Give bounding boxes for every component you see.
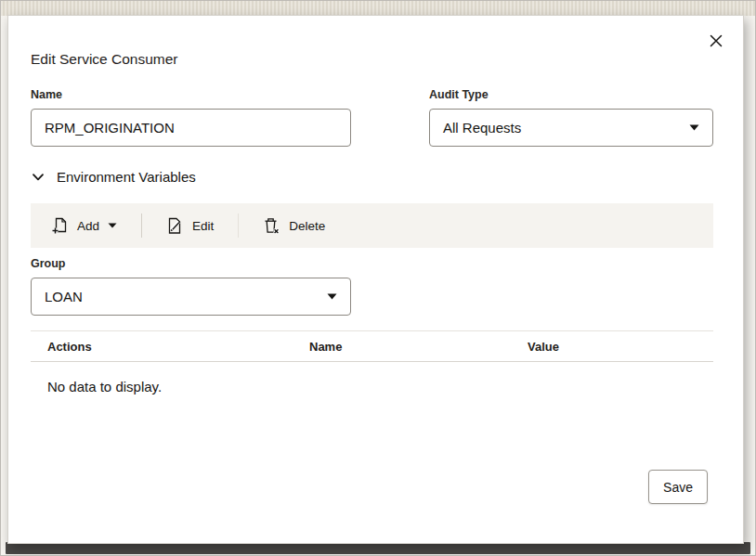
toolbar-divider — [238, 213, 239, 238]
fields-row: Name Audit Type All Requests — [31, 88, 713, 147]
dialog-title: Edit Service Consumer — [31, 51, 713, 68]
delete-button-label: Delete — [289, 219, 325, 233]
page-background-texture — [1, 1, 755, 16]
environment-variables-toggle[interactable]: Environment Variables — [31, 169, 713, 185]
column-header-actions: Actions — [31, 340, 293, 354]
audit-type-value: All Requests — [443, 120, 521, 136]
name-input[interactable] — [31, 109, 351, 147]
edit-button-label: Edit — [192, 219, 214, 233]
name-label: Name — [31, 88, 351, 101]
column-header-name: Name — [293, 340, 511, 354]
group-field-group: Group LOAN — [31, 257, 351, 316]
name-field-group: Name — [31, 88, 351, 147]
screen: Edit Service Consumer Name Audit Type Al… — [0, 0, 756, 556]
edit-document-icon — [166, 217, 184, 235]
edit-button[interactable]: Edit — [153, 209, 227, 242]
group-select[interactable]: LOAN — [31, 278, 351, 316]
audit-type-label: Audit Type — [429, 88, 713, 101]
close-icon — [709, 33, 723, 48]
caret-down-icon — [108, 223, 117, 228]
audit-type-field-group: Audit Type All Requests — [429, 88, 713, 147]
trash-icon — [263, 217, 280, 235]
close-button[interactable] — [702, 27, 730, 55]
edit-service-consumer-dialog: Edit Service Consumer Name Audit Type Al… — [7, 15, 744, 544]
dropdown-arrow-icon — [689, 124, 699, 131]
add-button-label: Add — [77, 219, 99, 233]
dropdown-arrow-icon — [327, 293, 337, 300]
column-header-value: Value — [511, 340, 713, 354]
audit-type-select[interactable]: All Requests — [429, 109, 713, 147]
group-label: Group — [31, 257, 351, 270]
empty-table-message: No data to display. — [31, 362, 713, 394]
save-button[interactable]: Save — [648, 470, 708, 504]
add-document-icon — [51, 217, 69, 235]
delete-button[interactable]: Delete — [250, 209, 338, 242]
add-button[interactable]: Add — [38, 209, 130, 242]
env-vars-toolbar: Add Edit — [31, 203, 713, 248]
chevron-down-icon — [31, 170, 46, 185]
environment-variables-label: Environment Variables — [57, 169, 196, 185]
group-value: LOAN — [45, 289, 83, 304]
env-vars-table-header: Actions Name Value — [31, 330, 713, 362]
toolbar-divider — [141, 213, 142, 238]
